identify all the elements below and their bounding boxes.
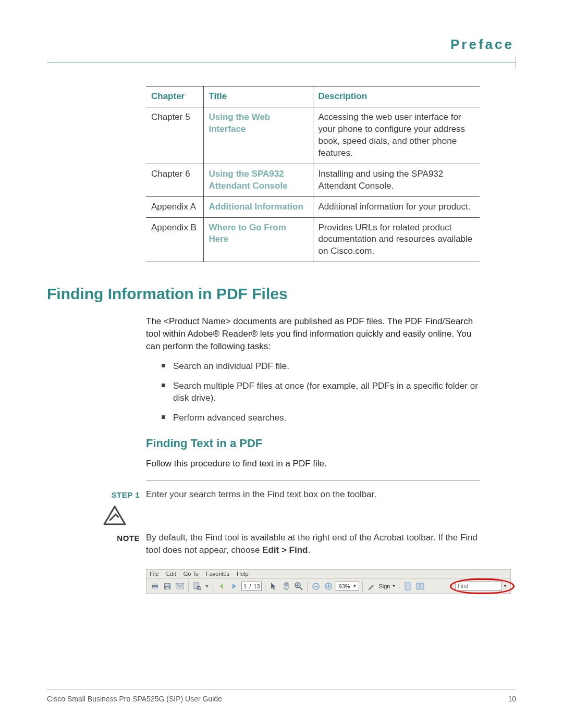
svg-rect-26: [421, 583, 424, 589]
svg-marker-23: [369, 585, 374, 590]
chapter-link[interactable]: Where to Go From Here: [209, 223, 286, 244]
cell-chapter: Chapter 5: [146, 107, 203, 164]
note-text: By default, the Find tool is available a…: [146, 532, 480, 557]
menu-bar: File Edit Go To Favorites Help: [146, 569, 511, 578]
subsection-paragraph: Follow this procedure to find text in a …: [146, 458, 480, 470]
dropdown-icon: ▼: [352, 584, 357, 588]
search-pdf-icon[interactable]: [192, 581, 202, 591]
dropdown-icon[interactable]: ▼: [503, 584, 507, 588]
menu-help[interactable]: Help: [237, 571, 249, 577]
save-icon[interactable]: [162, 581, 173, 591]
table-row: Chapter 6 Using the SPA932 Attendant Con…: [146, 164, 480, 196]
svg-marker-11: [219, 584, 223, 589]
section-paragraph: The <Product Name> documents are publish…: [146, 315, 480, 352]
menu-file[interactable]: File: [150, 571, 159, 577]
svg-rect-6: [166, 587, 169, 589]
svg-rect-25: [417, 583, 420, 589]
svg-rect-24: [405, 583, 410, 590]
acrobat-toolbar-figure: File Edit Go To Favorites Help ▼: [146, 569, 511, 594]
sign-label: Sign: [378, 583, 390, 589]
sign-button[interactable]: Sign ▼: [378, 583, 396, 589]
cell-desc: Provides URLs for related product docume…: [313, 217, 480, 262]
cell-desc: Accessing the web user interface for you…: [313, 107, 480, 164]
svg-rect-5: [165, 584, 169, 586]
page-current[interactable]: 1: [243, 583, 247, 589]
footer-left: Cisco Small Business Pro SPA525G (SIP) U…: [47, 695, 222, 703]
step-row: STEP 1 Enter your search terms in the Fi…: [109, 488, 480, 501]
svg-line-15: [300, 587, 302, 590]
menu-favorites[interactable]: Favorites: [206, 571, 229, 577]
subsection-heading: Finding Text in a PDF: [146, 437, 516, 450]
note-prefix: By default, the Find tool is available a…: [146, 533, 478, 555]
note-bold: Edit > Find: [262, 545, 308, 555]
page-view-icon[interactable]: [402, 581, 413, 591]
svg-marker-12: [232, 584, 236, 589]
pencil-icon[interactable]: [366, 581, 376, 591]
table-row: Appendix B Where to Go From Here Provide…: [146, 217, 480, 262]
svg-rect-8: [194, 583, 199, 589]
svg-marker-13: [271, 583, 276, 590]
menu-edit[interactable]: Edit: [166, 571, 176, 577]
th-description: Description: [313, 87, 480, 107]
cell-desc: Additional information for your product.: [313, 196, 480, 217]
cell-desc: Installing and using the SPA932 Attendan…: [313, 164, 480, 196]
page-footer: Cisco Small Business Pro SPA525G (SIP) U…: [47, 689, 516, 703]
page-sep: /: [249, 583, 251, 589]
menu-goto[interactable]: Go To: [183, 571, 199, 577]
svg-rect-3: [153, 587, 157, 589]
svg-line-10: [200, 589, 201, 590]
section-heading: Finding Information in PDF Files: [47, 285, 516, 303]
table-row: Chapter 5 Using the Web Interface Access…: [146, 107, 480, 164]
step-text: Enter your search terms in the Find text…: [146, 488, 480, 501]
zoom-value: 93%: [338, 583, 350, 589]
th-title: Title: [203, 87, 313, 107]
list-item: Search multiple PDF files at once (for e…: [162, 380, 480, 405]
bullet-list: Search an individual PDF file. Search mu…: [162, 360, 480, 424]
find-box[interactable]: ▼: [455, 582, 507, 591]
step-label: STEP 1: [109, 488, 146, 501]
header-rule: [47, 62, 516, 63]
list-item: Perform advanced searches.: [162, 412, 480, 424]
mail-icon[interactable]: [175, 581, 185, 591]
next-page-icon[interactable]: [229, 581, 239, 591]
cell-chapter: Appendix A: [146, 196, 203, 217]
footer-page-number: 10: [508, 695, 516, 703]
select-tool-icon[interactable]: [268, 581, 279, 591]
dropdown-icon: ▼: [391, 584, 396, 588]
svg-rect-2: [153, 583, 157, 585]
note-row: NOTE By default, the Find tool is availa…: [109, 532, 480, 557]
cell-chapter: Chapter 6: [146, 164, 203, 196]
table-row: Appendix A Additional Information Additi…: [146, 196, 480, 217]
chapters-table: Chapter Title Description Chapter 5 Usin…: [146, 86, 480, 262]
page-total: 13: [253, 583, 260, 589]
prev-page-icon[interactable]: [216, 581, 227, 591]
zoom-out-icon[interactable]: [311, 581, 321, 591]
zoom-box[interactable]: 93% ▼: [336, 582, 359, 591]
hand-tool-icon[interactable]: [281, 581, 291, 591]
page-section-title: Preface: [47, 36, 516, 62]
two-page-view-icon[interactable]: [415, 581, 425, 591]
find-input[interactable]: [455, 582, 502, 591]
note-icon: [103, 505, 516, 528]
chapter-link[interactable]: Using the Web Interface: [209, 112, 271, 134]
cell-chapter: Appendix B: [146, 217, 203, 262]
page-box: 1 / 13: [241, 582, 262, 591]
dropdown-icon[interactable]: ▼: [204, 581, 210, 591]
note-suffix: .: [308, 545, 310, 555]
chapter-link[interactable]: Using the SPA932 Attendant Console: [209, 169, 288, 191]
note-label: NOTE: [109, 532, 146, 557]
toolbar: ▼ 1 / 13: [146, 578, 511, 594]
list-item: Search an individual PDF file.: [162, 360, 480, 373]
th-chapter: Chapter: [146, 87, 203, 107]
zoom-in-icon[interactable]: [323, 581, 334, 591]
print-icon[interactable]: [150, 581, 160, 591]
marquee-zoom-icon[interactable]: [293, 581, 304, 591]
step-divider: [146, 480, 480, 481]
chapter-link[interactable]: Additional Information: [209, 202, 303, 212]
